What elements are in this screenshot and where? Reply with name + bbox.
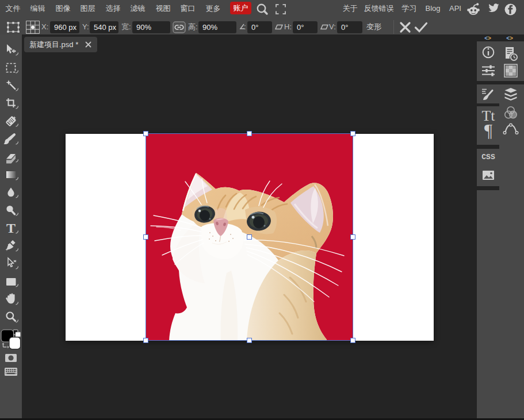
svg-text:CSS: CSS	[481, 153, 495, 161]
svg-text:T: T	[6, 221, 16, 236]
svg-text:¶: ¶	[484, 121, 492, 141]
